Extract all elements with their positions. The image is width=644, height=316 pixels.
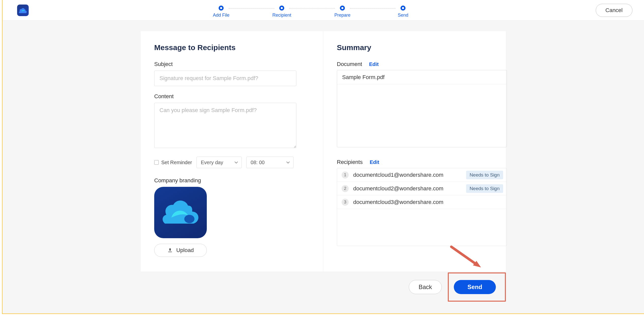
subject-input[interactable]	[154, 71, 296, 86]
step-dot-icon	[400, 6, 406, 11]
recipient-row: 3 documentcloud3@wondershare.com	[337, 195, 507, 209]
recipient-row: 1 documentcloud1@wondershare.com Needs t…	[337, 168, 507, 182]
message-panel: Message to Recipients Subject Content Se…	[141, 31, 323, 272]
recipient-status-badge: Needs to Sign	[466, 184, 503, 193]
step-add-file[interactable]: Add File	[214, 6, 229, 18]
step-label: Send	[398, 13, 408, 18]
step-send[interactable]: Send	[395, 6, 411, 18]
chevron-down-icon	[234, 161, 238, 164]
step-prepare[interactable]: Prepare	[335, 6, 350, 18]
cloud-icon	[19, 7, 27, 14]
document-row: Sample Form.pdf	[337, 70, 507, 84]
set-reminder-label: Set Reminder	[161, 160, 192, 165]
upload-button[interactable]: Upload	[154, 244, 207, 257]
set-reminder-checkbox[interactable]	[154, 160, 159, 165]
send-highlight-box: Send	[448, 272, 506, 302]
summary-panel: Summary Document Edit Sample Form.pdf Re…	[323, 31, 506, 272]
reminder-time-value: 08: 00	[251, 160, 265, 165]
cloud-icon	[162, 199, 199, 226]
main-card: Message to Recipients Subject Content Se…	[141, 31, 506, 272]
reminder-time-select[interactable]: 08: 00	[246, 157, 294, 168]
branding-label: Company branding	[154, 177, 309, 184]
recipients-list: 1 documentcloud1@wondershare.com Needs t…	[337, 168, 507, 246]
summary-title: Summary	[337, 43, 492, 52]
recipient-email: documentcloud1@wondershare.com	[353, 172, 462, 178]
document-section-label: Document	[337, 61, 362, 67]
subject-label: Subject	[154, 61, 309, 67]
document-list: Sample Form.pdf	[337, 70, 507, 147]
step-recipient[interactable]: Recipient	[274, 6, 289, 18]
back-button[interactable]: Back	[409, 280, 442, 294]
recipient-status-badge: Needs to Sign	[466, 171, 503, 179]
recipients-section-label: Recipients	[337, 159, 363, 165]
reminder-frequency-value: Every day	[201, 160, 223, 165]
cancel-button[interactable]: Cancel	[596, 4, 632, 17]
header: Add File Recipient Prepare Send	[3, 0, 644, 21]
content-label: Content	[154, 93, 309, 100]
step-label: Add File	[213, 13, 229, 18]
content-textarea[interactable]	[154, 103, 296, 148]
step-dot-icon	[219, 6, 224, 11]
recipient-email: documentcloud3@wondershare.com	[353, 199, 503, 205]
company-logo-preview	[154, 187, 207, 238]
recipient-order: 1	[342, 171, 349, 179]
step-label: Recipient	[272, 13, 291, 18]
stepper: Add File Recipient Prepare Send	[29, 3, 596, 18]
step-dot-icon	[340, 6, 345, 11]
recipient-email: documentcloud2@wondershare.com	[353, 185, 462, 192]
message-title: Message to Recipients	[154, 43, 309, 52]
recipient-order: 3	[342, 199, 349, 206]
chevron-down-icon	[286, 161, 290, 164]
upload-button-label: Upload	[176, 247, 194, 254]
recipient-row: 2 documentcloud2@wondershare.com Needs t…	[337, 182, 507, 195]
step-dot-icon	[279, 6, 284, 11]
footer: Back Send	[3, 272, 644, 302]
svg-point-0	[184, 215, 194, 223]
edit-recipients-link[interactable]: Edit	[370, 159, 379, 165]
recipient-order: 2	[342, 185, 349, 192]
send-button[interactable]: Send	[454, 280, 496, 294]
upload-icon	[167, 248, 173, 253]
step-label: Prepare	[334, 13, 350, 18]
app-logo	[17, 5, 29, 16]
reminder-frequency-select[interactable]: Every day	[196, 157, 242, 168]
edit-document-link[interactable]: Edit	[369, 61, 379, 67]
document-name: Sample Form.pdf	[342, 74, 385, 81]
